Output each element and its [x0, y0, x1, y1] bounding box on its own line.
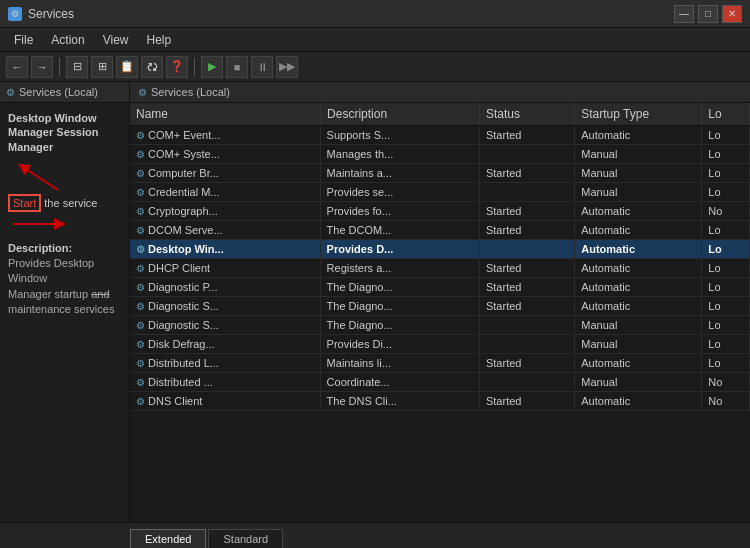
service-status-cell: Started [479, 278, 574, 297]
service-desc-cell: The Diagno... [321, 316, 480, 335]
service-icon: ⚙ [136, 225, 145, 236]
service-desc-cell: Supports S... [321, 126, 480, 145]
help-button[interactable]: ❓ [166, 56, 188, 78]
gear-icon-left: ⚙ [6, 87, 15, 98]
table-row[interactable]: ⚙Cryptograph...Provides fo...StartedAuto… [130, 202, 750, 221]
service-startup-cell: Manual [575, 316, 702, 335]
service-desc-cell: The DCOM... [321, 221, 480, 240]
table-row[interactable]: ⚙Diagnostic S...The Diagno...StartedAuto… [130, 297, 750, 316]
service-log-cell: Lo [702, 221, 750, 240]
table-row[interactable]: ⚙Desktop Win...Provides D...AutomaticLo [130, 240, 750, 259]
service-log-cell: Lo [702, 145, 750, 164]
minimize-button[interactable]: — [674, 5, 694, 23]
service-name-text: COM+ Syste... [148, 148, 220, 160]
title-bar-left: ⚙ Services [8, 7, 74, 21]
service-desc-cell: Provides fo... [321, 202, 480, 221]
service-log-cell: Lo [702, 126, 750, 145]
table-row[interactable]: ⚙Distributed L...Maintains li...StartedA… [130, 354, 750, 373]
service-name-text: Diagnostic S... [148, 319, 219, 331]
service-startup-cell: Automatic [575, 240, 702, 259]
strikethrough-text: and [91, 288, 109, 300]
service-startup-cell: Automatic [575, 297, 702, 316]
service-name-cell: ⚙Computer Br... [130, 164, 321, 182]
service-name-cell: ⚙DCOM Serve... [130, 221, 321, 239]
table-row[interactable]: ⚙DHCP ClientRegisters a...StartedAutomat… [130, 259, 750, 278]
service-log-cell: Lo [702, 164, 750, 183]
service-status-cell [479, 316, 574, 335]
start-button[interactable]: ▶ [201, 56, 223, 78]
service-icon: ⚙ [136, 168, 145, 179]
view-detail-button[interactable]: ⊞ [91, 56, 113, 78]
service-startup-cell: Automatic [575, 202, 702, 221]
menu-action[interactable]: Action [43, 31, 92, 49]
service-log-cell: No [702, 202, 750, 221]
service-name-cell: ⚙Cryptograph... [130, 202, 321, 220]
refresh-button[interactable]: 🗘 [141, 56, 163, 78]
service-icon: ⚙ [136, 358, 145, 369]
menu-view[interactable]: View [95, 31, 137, 49]
window-controls[interactable]: — □ ✕ [674, 5, 742, 23]
service-status-cell: Started [479, 164, 574, 183]
service-name-cell: ⚙Desktop Win... [130, 240, 321, 258]
table-row[interactable]: ⚙DCOM Serve...The DCOM...StartedAutomati… [130, 221, 750, 240]
properties-button[interactable]: 📋 [116, 56, 138, 78]
service-desc-cell: The DNS Cli... [321, 392, 480, 411]
table-row[interactable]: ⚙Credential M...Provides se...ManualLo [130, 183, 750, 202]
service-log-cell: No [702, 392, 750, 411]
back-button[interactable]: ← [6, 56, 28, 78]
service-name-text: Desktop Win... [148, 243, 224, 255]
service-desc-cell: Coordinate... [321, 373, 480, 392]
service-name-text: Diagnostic P... [148, 281, 218, 293]
col-header-name[interactable]: Name [130, 103, 321, 126]
service-name-cell: ⚙DNS Client [130, 392, 321, 410]
service-name-text: Distributed L... [148, 357, 219, 369]
service-status-cell: Started [479, 202, 574, 221]
stop-button[interactable]: ■ [226, 56, 248, 78]
service-icon: ⚙ [136, 320, 145, 331]
pause-button[interactable]: ⏸ [251, 56, 273, 78]
service-name-cell: ⚙DHCP Client [130, 259, 321, 277]
service-status-cell [479, 373, 574, 392]
service-name-cell: ⚙Distributed ... [130, 373, 321, 391]
table-row[interactable]: ⚙COM+ Syste...Manages th...ManualLo [130, 145, 750, 164]
arrow-up-icon [8, 162, 68, 192]
table-row[interactable]: ⚙Diagnostic S...The Diagno...ManualLo [130, 316, 750, 335]
service-log-cell: Lo [702, 278, 750, 297]
table-row[interactable]: ⚙Distributed ...Coordinate...ManualNo [130, 373, 750, 392]
menu-file[interactable]: File [6, 31, 41, 49]
left-panel-content: Desktop Window Manager Session Manager S… [0, 103, 129, 325]
service-startup-cell: Automatic [575, 354, 702, 373]
service-icon: ⚙ [136, 282, 145, 293]
start-link[interactable]: Start [8, 194, 41, 212]
col-header-desc[interactable]: Description [321, 103, 480, 126]
tab-extended[interactable]: Extended [130, 529, 206, 548]
menu-help[interactable]: Help [139, 31, 180, 49]
service-startup-cell: Automatic [575, 278, 702, 297]
table-row[interactable]: ⚙Computer Br...Maintains a...StartedManu… [130, 164, 750, 183]
view-list-button[interactable]: ⊟ [66, 56, 88, 78]
close-button[interactable]: ✕ [722, 5, 742, 23]
service-status-cell: Started [479, 259, 574, 278]
start-service-line: Start the service [8, 196, 121, 210]
services-table[interactable]: Name Description Status Startup Type Lo … [130, 103, 750, 522]
col-header-log[interactable]: Lo [702, 103, 750, 126]
service-startup-cell: Automatic [575, 259, 702, 278]
table-row[interactable]: ⚙COM+ Event...Supports S...StartedAutoma… [130, 126, 750, 145]
forward-button[interactable]: → [31, 56, 53, 78]
maximize-button[interactable]: □ [698, 5, 718, 23]
service-status-cell [479, 240, 574, 259]
services-list: Name Description Status Startup Type Lo … [130, 103, 750, 411]
tab-standard[interactable]: Standard [208, 529, 283, 548]
restart-button[interactable]: ▶▶ [276, 56, 298, 78]
table-row[interactable]: ⚙DNS ClientThe DNS Cli...StartedAutomati… [130, 392, 750, 411]
right-panel-header: ⚙ Services (Local) [130, 82, 750, 103]
table-row[interactable]: ⚙Diagnostic P...The Diagno...StartedAuto… [130, 278, 750, 297]
service-name-cell: ⚙COM+ Event... [130, 126, 321, 144]
table-header-row: Name Description Status Startup Type Lo [130, 103, 750, 126]
col-header-startup[interactable]: Startup Type [575, 103, 702, 126]
service-status-cell: Started [479, 221, 574, 240]
toolbar-separator-1 [59, 58, 60, 76]
col-header-status[interactable]: Status [479, 103, 574, 126]
table-row[interactable]: ⚙Disk Defrag...Provides Di...ManualLo [130, 335, 750, 354]
service-startup-cell: Automatic [575, 126, 702, 145]
